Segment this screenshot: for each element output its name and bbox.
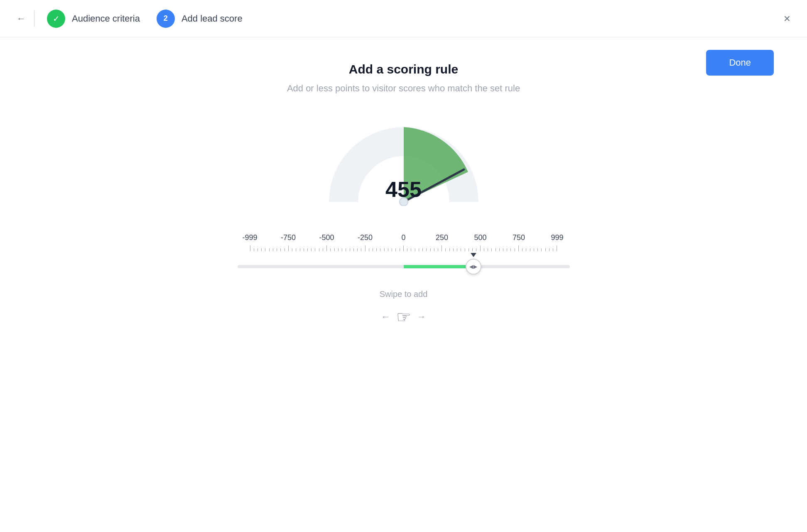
tick-mark bbox=[553, 248, 553, 251]
tick-mark bbox=[442, 245, 442, 251]
step-2-number: 2 bbox=[164, 14, 168, 23]
swipe-hint: Swipe to add bbox=[380, 289, 428, 299]
slider-area: -999 -750 -500 -250 0 250 500 750 999 bbox=[238, 231, 570, 326]
tick-mark bbox=[488, 248, 488, 251]
tick-mark bbox=[526, 248, 526, 251]
tick-mark bbox=[403, 245, 404, 251]
tick-mark bbox=[507, 248, 507, 251]
tick-mark bbox=[392, 248, 392, 251]
tick-mark bbox=[361, 248, 361, 251]
scale-label-n500: -500 bbox=[314, 233, 339, 242]
tick-mark bbox=[411, 248, 411, 251]
tick-mark bbox=[510, 248, 511, 251]
subtitle: Add or less points to visitor scores who… bbox=[287, 83, 520, 94]
tick-mark bbox=[465, 248, 465, 251]
left-arrow-icon: ◀ bbox=[469, 264, 473, 270]
scale-container: -999 -750 -500 -250 0 250 500 750 999 bbox=[238, 233, 570, 251]
tick-mark bbox=[369, 248, 369, 251]
header: ← ✓ Audience criteria 2 Add lead score × bbox=[0, 0, 807, 37]
done-button[interactable]: Done bbox=[706, 50, 774, 76]
tick-mark bbox=[353, 248, 354, 251]
header-divider bbox=[34, 10, 34, 27]
tick-mark bbox=[480, 245, 481, 251]
tick-mark bbox=[307, 248, 308, 251]
tick-mark bbox=[434, 248, 434, 251]
tick-mark bbox=[254, 248, 254, 251]
tick-mark bbox=[438, 248, 438, 251]
tick-mark bbox=[376, 248, 377, 251]
slider-track-container[interactable]: ◀ ▶ bbox=[238, 256, 570, 277]
tick-mark bbox=[449, 248, 450, 251]
checkmark-icon: ✓ bbox=[53, 14, 60, 24]
step-1: ✓ Audience criteria bbox=[47, 10, 140, 28]
gauge-container: 455 bbox=[316, 115, 491, 206]
right-swipe-arrow-icon: → bbox=[417, 311, 426, 322]
tick-mark bbox=[258, 248, 258, 251]
tick-mark bbox=[300, 248, 300, 251]
tick-mark bbox=[388, 248, 388, 251]
tick-mark bbox=[342, 248, 342, 251]
tick-mark bbox=[484, 248, 484, 251]
tick-mark bbox=[461, 248, 461, 251]
tick-mark bbox=[273, 248, 273, 251]
tick-mark bbox=[537, 248, 538, 251]
tick-mark bbox=[261, 248, 262, 251]
tick-mark bbox=[285, 248, 285, 251]
step-1-label: Audience criteria bbox=[72, 13, 140, 24]
tick-mark bbox=[326, 245, 327, 251]
tick-mark bbox=[334, 248, 335, 251]
title-section: Add a scoring rule Add or less points to… bbox=[287, 62, 520, 94]
tick-mark bbox=[530, 248, 530, 251]
tick-mark bbox=[373, 248, 373, 251]
right-arrow-icon: ▶ bbox=[473, 264, 477, 270]
tick-mark bbox=[350, 248, 350, 251]
tick-mark bbox=[518, 245, 519, 251]
tick-mark bbox=[407, 248, 407, 251]
back-arrow-icon: ← bbox=[17, 13, 26, 24]
tick-mark bbox=[315, 248, 315, 251]
step-2: 2 Add lead score bbox=[157, 10, 243, 28]
thumb-arrows: ◀ ▶ bbox=[469, 264, 477, 270]
tick-mark bbox=[269, 248, 270, 251]
tick-mark bbox=[499, 248, 500, 251]
tick-mark bbox=[304, 248, 304, 251]
tick-mark bbox=[292, 248, 292, 251]
tick-mark bbox=[426, 248, 427, 251]
main-title: Add a scoring rule bbox=[287, 62, 520, 76]
tick-mark bbox=[330, 248, 331, 251]
tick-mark bbox=[415, 248, 415, 251]
tick-mark bbox=[515, 248, 515, 251]
tick-mark bbox=[323, 248, 323, 251]
tick-mark bbox=[346, 248, 346, 251]
tick-mark bbox=[419, 248, 419, 251]
labels-row: -999 -750 -500 -250 0 250 500 750 999 bbox=[238, 233, 570, 242]
main-content: Done Add a scoring rule Add or less poin… bbox=[0, 37, 807, 326]
tick-mark bbox=[288, 245, 289, 251]
left-swipe-arrow-icon: ← bbox=[381, 311, 390, 322]
tick-mark bbox=[365, 245, 365, 251]
scale-label-n250: -250 bbox=[353, 233, 378, 242]
tick-mark bbox=[400, 248, 400, 251]
back-button[interactable]: ← bbox=[17, 13, 26, 24]
swipe-gesture-indicator: ← ☞ → bbox=[381, 307, 426, 326]
tick-mark bbox=[380, 248, 380, 251]
ticks-row bbox=[238, 245, 570, 251]
tick-mark bbox=[545, 248, 546, 251]
tick-mark bbox=[250, 245, 250, 251]
tick-mark bbox=[476, 248, 476, 251]
tick-mark bbox=[280, 248, 281, 251]
scale-label-750: 750 bbox=[506, 233, 531, 242]
gauge-value: 455 bbox=[385, 177, 422, 202]
slider-thumb[interactable]: ◀ ▶ bbox=[466, 259, 481, 275]
scale-label-500: 500 bbox=[468, 233, 493, 242]
tick-mark bbox=[503, 248, 503, 251]
slider-track-fill bbox=[404, 265, 473, 268]
close-icon: × bbox=[784, 12, 790, 25]
close-button[interactable]: × bbox=[784, 12, 790, 25]
tick-mark bbox=[469, 248, 469, 251]
tick-mark bbox=[522, 248, 522, 251]
tick-mark bbox=[357, 248, 358, 251]
tick-mark bbox=[422, 248, 423, 251]
step-2-label: Add lead score bbox=[182, 13, 243, 24]
scale-label-n999: -999 bbox=[238, 233, 262, 242]
